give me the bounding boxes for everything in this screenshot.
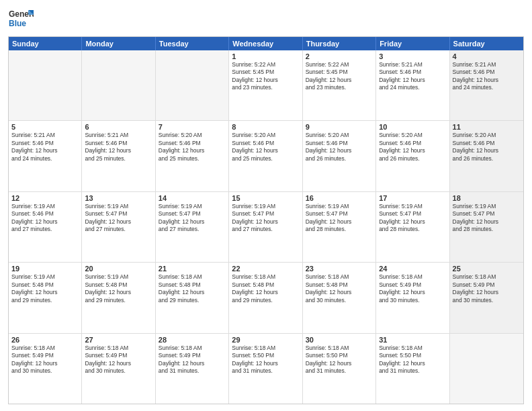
day-number: 31 — [379, 336, 446, 344]
day-number: 12 — [11, 194, 79, 202]
day-number: 2 — [306, 52, 373, 60]
calendar-cell: 15Sunrise: 5:19 AM Sunset: 5:47 PM Dayli… — [229, 192, 302, 262]
day-info: Sunrise: 5:18 AM Sunset: 5:49 PM Dayligh… — [11, 345, 79, 375]
day-number: 19 — [11, 265, 79, 273]
calendar-cell — [450, 334, 523, 404]
day-number: 9 — [306, 123, 373, 131]
day-header-monday: Monday — [82, 37, 155, 50]
day-number: 20 — [85, 265, 152, 273]
day-info: Sunrise: 5:18 AM Sunset: 5:50 PM Dayligh… — [306, 345, 373, 375]
calendar-cell: 21Sunrise: 5:18 AM Sunset: 5:48 PM Dayli… — [156, 263, 229, 332]
day-number: 6 — [85, 123, 152, 131]
calendar-row-5: 26Sunrise: 5:18 AM Sunset: 5:49 PM Dayli… — [9, 334, 523, 404]
day-info: Sunrise: 5:22 AM Sunset: 5:45 PM Dayligh… — [232, 61, 299, 92]
calendar-cell: 20Sunrise: 5:19 AM Sunset: 5:48 PM Dayli… — [82, 263, 155, 332]
logo: General Blue — [8, 7, 34, 32]
day-info: Sunrise: 5:18 AM Sunset: 5:50 PM Dayligh… — [379, 345, 446, 375]
day-info: Sunrise: 5:18 AM Sunset: 5:49 PM Dayligh… — [379, 273, 446, 304]
calendar-body: 1Sunrise: 5:22 AM Sunset: 5:45 PM Daylig… — [9, 50, 523, 404]
day-number: 3 — [379, 52, 446, 60]
calendar-row-2: 5Sunrise: 5:21 AM Sunset: 5:46 PM Daylig… — [9, 121, 523, 191]
calendar-cell: 18Sunrise: 5:19 AM Sunset: 5:47 PM Dayli… — [450, 192, 523, 262]
calendar-cell: 19Sunrise: 5:19 AM Sunset: 5:48 PM Dayli… — [9, 263, 82, 332]
calendar-cell: 24Sunrise: 5:18 AM Sunset: 5:49 PM Dayli… — [376, 263, 449, 332]
calendar-cell: 13Sunrise: 5:19 AM Sunset: 5:47 PM Dayli… — [82, 192, 155, 262]
calendar-cell — [156, 50, 229, 120]
day-info: Sunrise: 5:18 AM Sunset: 5:48 PM Dayligh… — [306, 273, 373, 304]
day-number: 29 — [232, 336, 299, 344]
day-info: Sunrise: 5:18 AM Sunset: 5:48 PM Dayligh… — [232, 273, 299, 304]
calendar-cell: 31Sunrise: 5:18 AM Sunset: 5:50 PM Dayli… — [376, 334, 449, 404]
day-number: 17 — [379, 194, 446, 202]
day-info: Sunrise: 5:18 AM Sunset: 5:49 PM Dayligh… — [85, 345, 152, 375]
calendar-cell: 7Sunrise: 5:20 AM Sunset: 5:46 PM Daylig… — [156, 121, 229, 191]
day-number: 18 — [453, 194, 521, 202]
calendar-cell: 12Sunrise: 5:19 AM Sunset: 5:46 PM Dayli… — [9, 192, 82, 262]
day-info: Sunrise: 5:19 AM Sunset: 5:47 PM Dayligh… — [306, 203, 373, 234]
day-number: 28 — [159, 336, 226, 344]
calendar-header: SundayMondayTuesdayWednesdayThursdayFrid… — [9, 37, 523, 50]
calendar-cell: 8Sunrise: 5:20 AM Sunset: 5:46 PM Daylig… — [229, 121, 302, 191]
header: General Blue — [8, 7, 524, 32]
calendar-cell — [9, 50, 82, 120]
calendar: SundayMondayTuesdayWednesdayThursdayFrid… — [8, 36, 524, 404]
calendar-row-3: 12Sunrise: 5:19 AM Sunset: 5:46 PM Dayli… — [9, 192, 523, 263]
calendar-cell — [82, 50, 155, 120]
day-number: 7 — [159, 123, 226, 131]
calendar-cell: 9Sunrise: 5:20 AM Sunset: 5:46 PM Daylig… — [303, 121, 376, 191]
calendar-cell: 16Sunrise: 5:19 AM Sunset: 5:47 PM Dayli… — [303, 192, 376, 262]
calendar-cell: 27Sunrise: 5:18 AM Sunset: 5:49 PM Dayli… — [82, 334, 155, 404]
day-header-friday: Friday — [376, 37, 449, 50]
day-number: 14 — [159, 194, 226, 202]
day-number: 26 — [11, 336, 79, 344]
day-info: Sunrise: 5:20 AM Sunset: 5:46 PM Dayligh… — [453, 132, 521, 163]
svg-text:Blue: Blue — [9, 19, 26, 28]
day-number: 27 — [85, 336, 152, 344]
day-header-saturday: Saturday — [450, 37, 523, 50]
day-header-sunday: Sunday — [9, 37, 82, 50]
day-number: 13 — [85, 194, 152, 202]
day-info: Sunrise: 5:19 AM Sunset: 5:48 PM Dayligh… — [85, 273, 152, 304]
calendar-cell: 6Sunrise: 5:21 AM Sunset: 5:46 PM Daylig… — [82, 121, 155, 191]
calendar-cell: 29Sunrise: 5:18 AM Sunset: 5:50 PM Dayli… — [229, 334, 302, 404]
day-info: Sunrise: 5:21 AM Sunset: 5:46 PM Dayligh… — [453, 61, 521, 92]
day-number: 22 — [232, 265, 299, 273]
day-info: Sunrise: 5:19 AM Sunset: 5:46 PM Dayligh… — [11, 203, 79, 234]
day-header-thursday: Thursday — [303, 37, 376, 50]
day-number: 10 — [379, 123, 446, 131]
day-header-wednesday: Wednesday — [229, 37, 302, 50]
calendar-cell: 26Sunrise: 5:18 AM Sunset: 5:49 PM Dayli… — [9, 334, 82, 404]
day-info: Sunrise: 5:19 AM Sunset: 5:48 PM Dayligh… — [11, 273, 79, 304]
day-info: Sunrise: 5:18 AM Sunset: 5:49 PM Dayligh… — [159, 345, 226, 375]
day-info: Sunrise: 5:21 AM Sunset: 5:46 PM Dayligh… — [11, 132, 79, 163]
day-info: Sunrise: 5:18 AM Sunset: 5:49 PM Dayligh… — [453, 273, 521, 304]
day-number: 30 — [306, 336, 373, 344]
day-number: 25 — [453, 265, 521, 273]
calendar-cell: 23Sunrise: 5:18 AM Sunset: 5:48 PM Dayli… — [303, 263, 376, 332]
day-number: 21 — [159, 265, 226, 273]
day-number: 4 — [453, 52, 521, 60]
day-info: Sunrise: 5:21 AM Sunset: 5:46 PM Dayligh… — [85, 132, 152, 163]
calendar-cell: 11Sunrise: 5:20 AM Sunset: 5:46 PM Dayli… — [450, 121, 523, 191]
day-number: 24 — [379, 265, 446, 273]
day-info: Sunrise: 5:19 AM Sunset: 5:47 PM Dayligh… — [232, 203, 299, 234]
calendar-cell: 10Sunrise: 5:20 AM Sunset: 5:46 PM Dayli… — [376, 121, 449, 191]
day-number: 15 — [232, 194, 299, 202]
page: General Blue SundayMondayTuesdayWednesda… — [0, 0, 532, 411]
day-info: Sunrise: 5:19 AM Sunset: 5:47 PM Dayligh… — [85, 203, 152, 234]
calendar-cell: 5Sunrise: 5:21 AM Sunset: 5:46 PM Daylig… — [9, 121, 82, 191]
calendar-cell: 28Sunrise: 5:18 AM Sunset: 5:49 PM Dayli… — [156, 334, 229, 404]
calendar-row-4: 19Sunrise: 5:19 AM Sunset: 5:48 PM Dayli… — [9, 263, 523, 333]
calendar-cell: 25Sunrise: 5:18 AM Sunset: 5:49 PM Dayli… — [450, 263, 523, 332]
calendar-cell: 3Sunrise: 5:21 AM Sunset: 5:46 PM Daylig… — [376, 50, 449, 120]
day-number: 16 — [306, 194, 373, 202]
day-info: Sunrise: 5:18 AM Sunset: 5:48 PM Dayligh… — [159, 273, 226, 304]
day-info: Sunrise: 5:20 AM Sunset: 5:46 PM Dayligh… — [379, 132, 446, 163]
day-info: Sunrise: 5:19 AM Sunset: 5:47 PM Dayligh… — [453, 203, 521, 234]
day-number: 11 — [453, 123, 521, 131]
day-number: 23 — [306, 265, 373, 273]
day-number: 8 — [232, 123, 299, 131]
calendar-cell: 14Sunrise: 5:19 AM Sunset: 5:47 PM Dayli… — [156, 192, 229, 262]
day-header-tuesday: Tuesday — [156, 37, 229, 50]
calendar-row-1: 1Sunrise: 5:22 AM Sunset: 5:45 PM Daylig… — [9, 50, 523, 121]
